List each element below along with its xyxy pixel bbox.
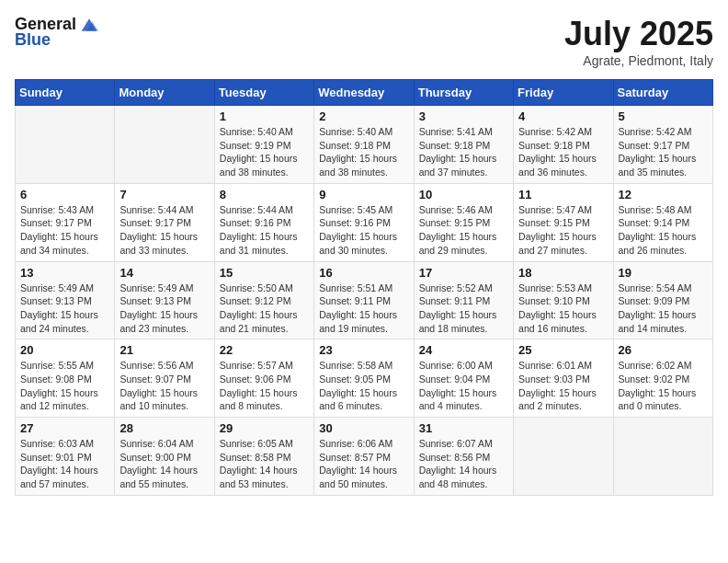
day-info: Sunrise: 5:42 AMSunset: 9:17 PMDaylight:… [619, 125, 708, 179]
day-number: 6 [20, 188, 109, 201]
calendar-header-row: SundayMondayTuesdayWednesdayThursdayFrid… [16, 80, 713, 106]
day-number: 30 [319, 421, 408, 435]
day-number: 20 [20, 343, 109, 357]
calendar-week-row: 20Sunrise: 5:55 AMSunset: 9:08 PMDayligh… [16, 339, 713, 418]
day-number: 12 [619, 188, 708, 201]
day-number: 19 [619, 266, 708, 280]
calendar-cell: 12Sunrise: 5:48 AMSunset: 9:14 PMDayligh… [613, 183, 712, 261]
day-info: Sunrise: 6:02 AMSunset: 9:02 PMDaylight:… [619, 359, 708, 413]
day-info: Sunrise: 5:44 AMSunset: 9:16 PMDaylight:… [220, 203, 309, 258]
day-info: Sunrise: 5:47 AMSunset: 9:15 PMDaylight:… [518, 203, 608, 258]
day-info: Sunrise: 5:49 AMSunset: 9:13 PMDaylight:… [119, 282, 209, 336]
calendar-cell: 8Sunrise: 5:44 AMSunset: 9:16 PMDaylight… [214, 183, 313, 261]
day-number: 9 [319, 188, 408, 201]
calendar-cell: 19Sunrise: 5:54 AMSunset: 9:09 PMDayligh… [613, 261, 712, 339]
calendar-cell: 23Sunrise: 5:58 AMSunset: 9:05 PMDayligh… [314, 339, 414, 418]
calendar-week-row: 6Sunrise: 5:43 AMSunset: 9:17 PMDaylight… [16, 183, 713, 261]
day-info: Sunrise: 5:53 AMSunset: 9:10 PMDaylight:… [518, 282, 608, 336]
day-number: 10 [419, 188, 508, 201]
day-number: 2 [319, 109, 408, 123]
day-info: Sunrise: 6:04 AMSunset: 9:00 PMDaylight:… [119, 437, 209, 491]
day-number: 11 [518, 188, 608, 201]
calendar-cell: 11Sunrise: 5:47 AMSunset: 9:15 PMDayligh… [514, 183, 613, 261]
calendar-cell [514, 418, 613, 496]
day-info: Sunrise: 5:46 AMSunset: 9:15 PMDaylight:… [419, 203, 508, 258]
calendar-week-row: 27Sunrise: 6:03 AMSunset: 9:01 PMDayligh… [16, 418, 713, 496]
day-info: Sunrise: 5:45 AMSunset: 9:16 PMDaylight:… [319, 203, 408, 258]
calendar-week-row: 1Sunrise: 5:40 AMSunset: 9:19 PMDaylight… [16, 106, 713, 184]
calendar-cell: 28Sunrise: 6:04 AMSunset: 9:00 PMDayligh… [115, 418, 214, 496]
day-number: 28 [119, 421, 209, 435]
calendar-cell [115, 106, 214, 184]
day-info: Sunrise: 5:43 AMSunset: 9:17 PMDaylight:… [20, 203, 109, 258]
day-info: Sunrise: 6:05 AMSunset: 8:58 PMDaylight:… [220, 437, 309, 491]
day-info: Sunrise: 5:51 AMSunset: 9:11 PMDaylight:… [319, 282, 408, 336]
day-number: 27 [20, 421, 109, 435]
calendar-cell: 27Sunrise: 6:03 AMSunset: 9:01 PMDayligh… [16, 418, 115, 496]
day-info: Sunrise: 5:40 AMSunset: 9:18 PMDaylight:… [319, 125, 408, 179]
day-info: Sunrise: 6:03 AMSunset: 9:01 PMDaylight:… [20, 437, 109, 491]
day-number: 4 [518, 109, 608, 123]
calendar-cell: 31Sunrise: 6:07 AMSunset: 8:56 PMDayligh… [414, 418, 513, 496]
day-number: 18 [518, 266, 608, 280]
day-info: Sunrise: 5:41 AMSunset: 9:18 PMDaylight:… [419, 125, 508, 179]
calendar-cell: 6Sunrise: 5:43 AMSunset: 9:17 PMDaylight… [16, 183, 115, 261]
calendar-cell: 4Sunrise: 5:42 AMSunset: 9:18 PMDaylight… [514, 106, 613, 184]
logo: General Blue [15, 15, 98, 50]
day-number: 21 [119, 343, 209, 357]
day-info: Sunrise: 5:40 AMSunset: 9:19 PMDaylight:… [220, 125, 309, 179]
day-info: Sunrise: 6:06 AMSunset: 8:57 PMDaylight:… [319, 437, 408, 491]
calendar-cell: 29Sunrise: 6:05 AMSunset: 8:58 PMDayligh… [214, 418, 313, 496]
day-info: Sunrise: 5:58 AMSunset: 9:05 PMDaylight:… [319, 359, 408, 413]
calendar-week-row: 13Sunrise: 5:49 AMSunset: 9:13 PMDayligh… [16, 261, 713, 339]
calendar-cell: 16Sunrise: 5:51 AMSunset: 9:11 PMDayligh… [314, 261, 414, 339]
day-number: 17 [419, 266, 508, 280]
day-info: Sunrise: 5:44 AMSunset: 9:17 PMDaylight:… [119, 203, 209, 258]
weekday-header-friday: Friday [514, 80, 613, 106]
calendar-cell: 30Sunrise: 6:06 AMSunset: 8:57 PMDayligh… [314, 418, 414, 496]
calendar-cell: 9Sunrise: 5:45 AMSunset: 9:16 PMDaylight… [314, 183, 414, 261]
day-info: Sunrise: 6:07 AMSunset: 8:56 PMDaylight:… [419, 437, 508, 491]
day-number: 22 [220, 343, 309, 357]
logo-icon [80, 16, 98, 34]
calendar-cell: 7Sunrise: 5:44 AMSunset: 9:17 PMDaylight… [115, 183, 214, 261]
page-header: General Blue July 2025 Agrate, Piedmont,… [15, 15, 713, 68]
calendar-cell: 3Sunrise: 5:41 AMSunset: 9:18 PMDaylight… [414, 106, 513, 184]
calendar-cell: 25Sunrise: 6:01 AMSunset: 9:03 PMDayligh… [514, 339, 613, 418]
day-number: 24 [419, 343, 508, 357]
calendar-cell: 22Sunrise: 5:57 AMSunset: 9:06 PMDayligh… [214, 339, 313, 418]
day-number: 23 [319, 343, 408, 357]
day-info: Sunrise: 5:56 AMSunset: 9:07 PMDaylight:… [119, 359, 209, 413]
day-number: 3 [419, 109, 508, 123]
calendar-cell: 5Sunrise: 5:42 AMSunset: 9:17 PMDaylight… [613, 106, 712, 184]
weekday-header-sunday: Sunday [16, 80, 115, 106]
calendar-cell: 2Sunrise: 5:40 AMSunset: 9:18 PMDaylight… [314, 106, 414, 184]
day-info: Sunrise: 5:55 AMSunset: 9:08 PMDaylight:… [20, 359, 109, 413]
day-info: Sunrise: 5:48 AMSunset: 9:14 PMDaylight:… [619, 203, 708, 258]
calendar-cell: 17Sunrise: 5:52 AMSunset: 9:11 PMDayligh… [414, 261, 513, 339]
day-info: Sunrise: 6:01 AMSunset: 9:03 PMDaylight:… [518, 359, 608, 413]
day-info: Sunrise: 6:00 AMSunset: 9:04 PMDaylight:… [419, 359, 508, 413]
day-number: 31 [419, 421, 508, 435]
calendar-cell: 21Sunrise: 5:56 AMSunset: 9:07 PMDayligh… [115, 339, 214, 418]
day-number: 5 [619, 109, 708, 123]
calendar-cell: 1Sunrise: 5:40 AMSunset: 9:19 PMDaylight… [214, 106, 313, 184]
calendar-cell: 24Sunrise: 6:00 AMSunset: 9:04 PMDayligh… [414, 339, 513, 418]
month-title: July 2025 [564, 15, 713, 53]
logo-blue-text: Blue [15, 30, 51, 50]
day-info: Sunrise: 5:54 AMSunset: 9:09 PMDaylight:… [619, 282, 708, 336]
day-number: 29 [220, 421, 309, 435]
day-info: Sunrise: 5:57 AMSunset: 9:06 PMDaylight:… [220, 359, 309, 413]
day-info: Sunrise: 5:42 AMSunset: 9:18 PMDaylight:… [518, 125, 608, 179]
location-text: Agrate, Piedmont, Italy [564, 53, 713, 68]
day-number: 7 [119, 188, 209, 201]
calendar-cell: 14Sunrise: 5:49 AMSunset: 9:13 PMDayligh… [115, 261, 214, 339]
calendar-cell: 26Sunrise: 6:02 AMSunset: 9:02 PMDayligh… [613, 339, 712, 418]
weekday-header-tuesday: Tuesday [214, 80, 313, 106]
weekday-header-wednesday: Wednesday [314, 80, 414, 106]
calendar-cell [16, 106, 115, 184]
day-number: 16 [319, 266, 408, 280]
day-number: 25 [518, 343, 608, 357]
day-number: 13 [20, 266, 109, 280]
calendar-cell [613, 418, 712, 496]
